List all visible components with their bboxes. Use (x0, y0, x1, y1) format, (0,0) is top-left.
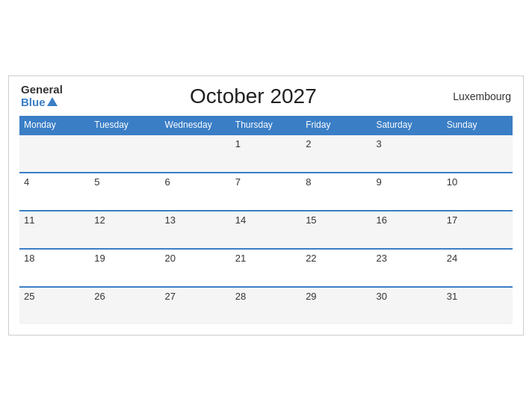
calendar-cell: 21 (231, 249, 301, 287)
calendar-week-row: 25262728293031 (19, 287, 513, 324)
day-number: 9 (376, 176, 381, 188)
day-number: 11 (24, 214, 34, 226)
calendar-cell: 11 (19, 211, 90, 249)
calendar-title: October 2027 (63, 84, 444, 108)
day-number: 12 (94, 214, 105, 226)
day-number: 15 (306, 214, 316, 226)
calendar-cell: 10 (442, 173, 513, 211)
calendar-cell (161, 135, 231, 173)
calendar-week-row: 123 (19, 135, 513, 173)
day-number: 16 (376, 214, 386, 226)
calendar-cell: 23 (371, 249, 442, 287)
calendar-cell (90, 135, 160, 173)
calendar-cell: 5 (90, 173, 160, 211)
day-number: 31 (447, 291, 457, 302)
day-number: 30 (376, 291, 386, 302)
calendar-cell: 13 (161, 211, 231, 249)
day-number: 18 (24, 253, 34, 264)
header-wednesday: Wednesday (161, 116, 231, 135)
day-number: 13 (165, 214, 176, 226)
calendar-cell: 15 (301, 211, 371, 249)
day-number: 4 (24, 176, 29, 188)
logo: General Blue (21, 84, 63, 108)
day-number: 29 (306, 291, 316, 302)
header-saturday: Saturday (371, 116, 442, 135)
calendar-cell: 27 (161, 287, 231, 324)
calendar-cell: 17 (442, 211, 513, 249)
calendar-cell: 19 (90, 249, 160, 287)
day-number: 24 (447, 253, 457, 264)
calendar-cell: 22 (301, 249, 371, 287)
header-thursday: Thursday (231, 116, 301, 135)
day-number: 2 (306, 138, 311, 149)
day-number: 27 (165, 291, 176, 302)
country-label: Luxembourg (444, 90, 511, 102)
day-number: 21 (235, 253, 246, 264)
day-number: 14 (235, 214, 246, 226)
calendar-cell: 7 (231, 173, 301, 211)
calendar-cell: 6 (161, 173, 231, 211)
calendar-cell: 1 (231, 135, 301, 173)
day-number: 23 (376, 253, 386, 264)
logo-blue-text: Blue (21, 96, 63, 109)
day-number: 8 (306, 176, 311, 188)
header-friday: Friday (301, 116, 371, 135)
calendar-cell: 2 (301, 135, 371, 173)
calendar: General Blue October 2027 Luxembourg Mon… (8, 75, 524, 336)
day-number: 10 (447, 176, 457, 188)
day-number: 28 (235, 291, 246, 302)
calendar-cell (442, 135, 513, 173)
calendar-cell: 8 (301, 173, 371, 211)
day-number: 19 (94, 253, 105, 264)
day-number: 3 (376, 138, 381, 149)
day-number: 6 (165, 176, 170, 188)
calendar-week-row: 18192021222324 (19, 249, 513, 287)
calendar-cell: 3 (371, 135, 442, 173)
calendar-cell: 9 (371, 173, 442, 211)
calendar-cell: 24 (442, 249, 513, 287)
calendar-header: General Blue October 2027 Luxembourg (19, 84, 513, 108)
calendar-cell: 18 (19, 249, 90, 287)
weekday-header-row: Monday Tuesday Wednesday Thursday Friday… (19, 116, 513, 135)
calendar-cell: 26 (90, 287, 160, 324)
logo-general-text: General (21, 84, 63, 96)
calendar-week-row: 45678910 (19, 173, 513, 211)
calendar-cell: 16 (371, 211, 442, 249)
header-sunday: Sunday (442, 116, 513, 135)
calendar-cell: 4 (19, 173, 90, 211)
header-monday: Monday (19, 116, 90, 135)
calendar-cell: 31 (442, 287, 513, 324)
day-number: 26 (94, 291, 105, 302)
calendar-cell: 20 (161, 249, 231, 287)
calendar-cell: 25 (19, 287, 90, 324)
day-number: 7 (235, 176, 241, 188)
day-number: 17 (447, 214, 457, 226)
calendar-cell (19, 135, 90, 173)
calendar-cell: 29 (301, 287, 371, 324)
day-number: 1 (235, 138, 241, 149)
day-number: 25 (24, 291, 34, 302)
logo-triangle-icon (47, 97, 58, 106)
day-number: 20 (165, 253, 176, 264)
calendar-cell: 30 (371, 287, 442, 324)
header-tuesday: Tuesday (90, 116, 160, 135)
calendar-cell: 28 (231, 287, 301, 324)
calendar-cell: 12 (90, 211, 160, 249)
day-number: 22 (306, 253, 316, 264)
day-number: 5 (94, 176, 99, 188)
calendar-cell: 14 (231, 211, 301, 249)
calendar-table: Monday Tuesday Wednesday Thursday Friday… (19, 116, 513, 324)
calendar-week-row: 11121314151617 (19, 211, 513, 249)
